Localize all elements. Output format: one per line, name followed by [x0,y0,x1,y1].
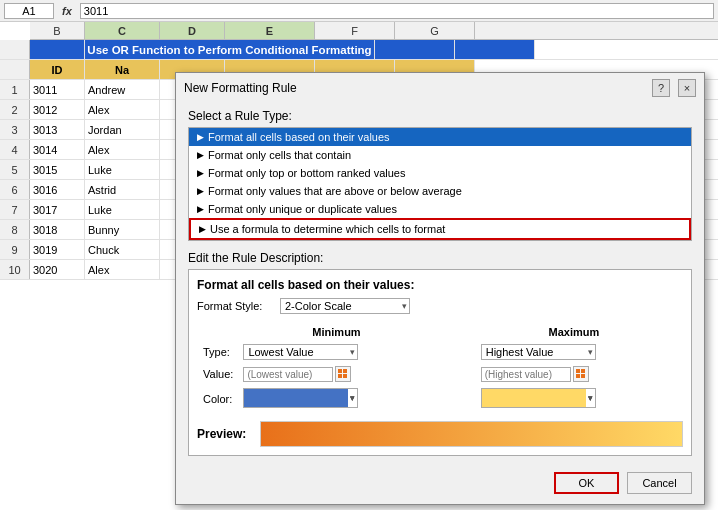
rule-item-3[interactable]: ▶ Format only values that are above or b… [189,182,691,200]
col-header-e[interactable]: E [225,22,315,39]
type-row: Type: Lowest Value Highest Value [199,342,681,362]
color-end [673,386,681,411]
ok-button[interactable]: OK [554,472,619,494]
dialog-footer: OK Cancel [176,464,704,504]
cell-id-5[interactable]: 3016 [30,180,85,199]
cell-name-5[interactable]: Astrid [85,180,160,199]
cell-id-4[interactable]: 3015 [30,160,85,179]
cell-id-1[interactable]: 3012 [30,100,85,119]
preview-bar [260,421,683,447]
row-num-9: 10 [0,260,30,279]
svg-rect-5 [581,369,585,373]
dialog-help-button[interactable]: ? [652,79,670,97]
cancel-button[interactable]: Cancel [627,472,692,494]
arrow-icon-1: ▶ [197,150,204,160]
minmax-col-label-spacer [199,324,237,340]
color-max-cell: ▾ [477,386,671,411]
dialog-close-button[interactable]: × [678,79,696,97]
cell-id-2[interactable]: 3013 [30,120,85,139]
cell-name-2[interactable]: Jordan [85,120,160,139]
edit-rule-label: Edit the Rule Description: [188,251,692,265]
format-style-select-wrapper[interactable]: 2-Color Scale [280,298,410,314]
grid-icon-min[interactable] [335,366,351,382]
rule-item-label-0: Format all cells based on their values [208,131,390,143]
title-cell-b [30,40,85,59]
type-min-cell: Lowest Value [239,342,433,362]
value-max-input[interactable] [481,367,571,382]
arrow-icon-0: ▶ [197,132,204,142]
type-max-select[interactable]: Highest Value [481,344,596,360]
cell-reference[interactable] [4,3,54,19]
arrow-icon-4: ▶ [197,204,204,214]
col-header-c[interactable]: C [85,22,160,39]
type-min-select[interactable]: Lowest Value [243,344,358,360]
cell-name-7[interactable]: Bunny [85,220,160,239]
cell-id-3[interactable]: 3014 [30,140,85,159]
format-style-select[interactable]: 2-Color Scale [280,298,410,314]
cell-id-7[interactable]: 3018 [30,220,85,239]
svg-rect-3 [343,374,347,378]
svg-rect-6 [576,374,580,378]
color-max-select-wrapper[interactable]: ▾ [481,388,596,408]
rule-item-0[interactable]: ▶ Format all cells based on their values [189,128,691,146]
arrow-icon-5: ▶ [199,224,206,234]
cell-name-6[interactable]: Luke [85,200,160,219]
col-header-b[interactable]: B [30,22,85,39]
grid-icon-max[interactable] [573,366,589,382]
type-max-select-wrapper[interactable]: Highest Value [481,344,596,360]
value-end [673,364,681,384]
row-num-7: 8 [0,220,30,239]
cell-id-0[interactable]: 3011 [30,80,85,99]
rule-item-5[interactable]: ▶ Use a formula to determine which cells… [189,218,691,240]
type-min-select-wrapper[interactable]: Lowest Value [243,344,358,360]
cell-name-1[interactable]: Alex [85,100,160,119]
rule-item-label-2: Format only top or bottom ranked values [208,167,405,179]
rule-item-2[interactable]: ▶ Format only top or bottom ranked value… [189,164,691,182]
color-min-cell: ▾ [239,386,433,411]
select-rule-label: Select a Rule Type: [188,109,692,123]
min-header: Minimum [239,324,433,340]
svg-rect-2 [338,374,342,378]
col-header-d[interactable]: D [160,22,225,39]
cell-name-4[interactable]: Luke [85,160,160,179]
rule-item-label-5: Use a formula to determine which cells t… [210,223,445,235]
color-max-swatch [482,389,586,407]
rule-description-box: Format all cells based on their values: … [188,269,692,456]
cell-name-0[interactable]: Andrew [85,80,160,99]
value-max-cell [477,364,671,384]
header-id: ID [30,60,85,79]
row-num-4: 5 [0,160,30,179]
cell-id-6[interactable]: 3017 [30,200,85,219]
minmax-end [673,324,681,340]
value-min-wrapper [243,366,429,382]
dialog-titlebar: New Formatting Rule ? × [176,73,704,101]
rule-type-list: ▶ Format all cells based on their values… [188,127,692,241]
header-name: Na [85,60,160,79]
row-num-header [0,60,30,79]
minmax-table: Minimum Maximum Type: Lowest Value [197,322,683,413]
cell-id-9[interactable]: 3020 [30,260,85,279]
cell-name-8[interactable]: Chuck [85,240,160,259]
type-spacer [436,342,475,362]
formula-input[interactable] [80,3,714,19]
color-label: Color: [199,386,237,411]
title-merged: Use OR Function to Perform Conditional F… [85,40,375,59]
col-header-f[interactable]: F [315,22,395,39]
row-num-1: 2 [0,100,30,119]
rule-item-4[interactable]: ▶ Format only unique or duplicate values [189,200,691,218]
rule-item-1[interactable]: ▶ Format only cells that contain [189,146,691,164]
cell-name-9[interactable]: Alex [85,260,160,279]
row-num-3: 4 [0,140,30,159]
rule-item-label-1: Format only cells that contain [208,149,351,161]
value-min-input[interactable] [243,367,333,382]
title-row: Use OR Function to Perform Conditional F… [0,40,718,60]
format-style-row: Format Style: 2-Color Scale [197,298,683,314]
cell-name-3[interactable]: Alex [85,140,160,159]
color-min-select-wrapper[interactable]: ▾ [243,388,358,408]
col-header-g[interactable]: G [395,22,475,39]
value-row: Value: [199,364,681,384]
preview-label: Preview: [197,427,252,441]
type-max-cell: Highest Value [477,342,671,362]
cell-id-8[interactable]: 3019 [30,240,85,259]
dialog-title: New Formatting Rule [184,81,297,95]
